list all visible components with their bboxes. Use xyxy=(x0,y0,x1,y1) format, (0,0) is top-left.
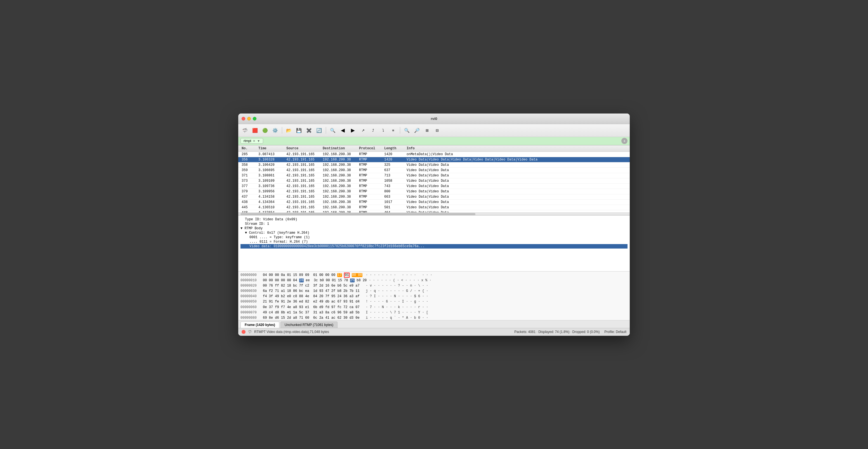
table-row[interactable]: 448 4.137654 42.193.191.165 192.168.200.… xyxy=(238,210,630,213)
zoom-in-button[interactable]: 🔍 xyxy=(402,126,411,135)
profile-info: Profile: Default xyxy=(604,330,626,334)
minimize-button[interactable] xyxy=(247,117,251,121)
cell-len: 1017 xyxy=(383,200,405,204)
cell-info: Video Data|Video Data xyxy=(405,200,627,204)
cell-len: 1058 xyxy=(383,179,405,183)
first-button[interactable]: ⤴ xyxy=(369,126,377,135)
detail-line[interactable]: .... 0111 = Format: H.264 (7) xyxy=(241,239,627,244)
hex-pane[interactable]: 00000000 04 00 00 0a 01 15 89 09 01 00 0… xyxy=(238,271,630,320)
cell-time: 3.109109 xyxy=(257,179,285,183)
cell-len: 1420 xyxy=(383,157,405,162)
table-row[interactable]: 377 3.109736 42.193.191.165 192.168.200.… xyxy=(238,184,630,189)
cell-no: 358 xyxy=(241,163,257,167)
cell-info: Video Data|Video Data xyxy=(405,179,627,183)
reload-button[interactable]: 🔄 xyxy=(315,126,323,135)
cell-no: 445 xyxy=(241,205,257,210)
cell-time: 4.134364 xyxy=(257,200,285,204)
cell-no: 285 xyxy=(241,152,257,157)
cell-no: 437 xyxy=(241,195,257,199)
cell-source: 42.193.191.165 xyxy=(285,184,321,188)
bottom-tab-0[interactable]: Frame (1420 bytes) xyxy=(241,322,279,328)
cell-proto: RTMP xyxy=(358,200,383,204)
cell-time: 3.106328 xyxy=(257,157,285,162)
save-button[interactable]: 💾 xyxy=(294,126,303,135)
cell-source: 42.193.191.165 xyxy=(285,200,321,204)
table-row[interactable]: 373 3.109109 42.193.191.165 192.168.200.… xyxy=(238,179,630,184)
table-row[interactable]: 437 4.134158 42.193.191.165 192.168.200.… xyxy=(238,194,630,200)
cell-no: 448 xyxy=(241,211,257,213)
bottom-tab-1[interactable]: Unchunked RTMP (71061 bytes) xyxy=(280,322,338,328)
detail-line[interactable]: 0001 .... = Type: keyframe (1) xyxy=(241,235,627,239)
colorize-button[interactable]: ≡ xyxy=(389,126,398,135)
zoom-reset-button[interactable]: ⊞ xyxy=(423,126,432,135)
cell-proto: RTMP xyxy=(358,184,383,188)
zoom-out-button[interactable]: 🔎 xyxy=(412,126,422,135)
detail-line[interactable]: ▼ RTMP Body xyxy=(241,226,627,231)
close-button[interactable] xyxy=(242,117,245,121)
toolbar: 🦈 🟥 🟢 ⚙️ 📂 💾 ✖️ 🔄 🔍 ◀ ▶ ↗ ⤴ ⤵ ≡ 🔍 🔎 ⊞ ⊟ xyxy=(238,124,630,137)
goto-button[interactable]: ↗ xyxy=(359,126,367,135)
packet-list[interactable]: No. Time Source Destination Protocol Len… xyxy=(238,146,630,213)
cell-dest: 192.168.200.38 xyxy=(321,195,358,199)
cell-proto: RTMP xyxy=(358,195,383,199)
table-row[interactable]: 359 3.106695 42.193.191.165 192.168.200.… xyxy=(238,168,630,173)
filter-tab-rtmpt[interactable]: rtmpt ✕ ▼ xyxy=(241,138,263,144)
cell-info: Video Data|Video Data xyxy=(405,195,627,199)
cell-source: 42.193.191.165 xyxy=(285,168,321,172)
table-row[interactable]: 445 4.136510 42.193.191.165 192.168.200.… xyxy=(238,205,630,210)
cell-info: Video Data|Video Data|Video Data|Video D… xyxy=(405,157,627,162)
cell-dest: 192.168.200.38 xyxy=(321,179,358,183)
column-headers: No. Time Source Destination Protocol Len… xyxy=(238,146,630,152)
table-row[interactable]: 285 3.087413 42.193.191.165 192.168.200.… xyxy=(238,152,630,157)
filter-close-icon[interactable]: ✕ xyxy=(253,139,255,143)
main-content: No. Time Source Destination Protocol Len… xyxy=(238,146,630,328)
table-row[interactable]: 379 3.109956 42.193.191.165 192.168.200.… xyxy=(238,189,630,194)
col-time: Time xyxy=(257,146,285,151)
forward-button[interactable]: ▶ xyxy=(348,126,358,135)
detail-pane[interactable]: Type ID: Video Data (0x09)Stream ID: 1▼ … xyxy=(238,215,630,271)
detail-line[interactable]: Video data: 010000000000000428ee3cb00001… xyxy=(241,244,627,249)
packet-rows-container: 285 3.087413 42.193.191.165 192.168.200.… xyxy=(238,152,630,213)
table-row[interactable]: 438 4.134364 42.193.191.165 192.168.200.… xyxy=(238,200,630,205)
filter-arrow-icon[interactable]: ▼ xyxy=(257,139,260,142)
cell-source: 42.193.191.165 xyxy=(285,189,321,194)
cell-time: 4.136510 xyxy=(257,205,285,210)
cell-no: 371 xyxy=(241,173,257,178)
close-file-button[interactable]: ✖️ xyxy=(305,126,313,135)
last-button[interactable]: ⤵ xyxy=(379,126,388,135)
open-button[interactable]: 📂 xyxy=(284,126,293,135)
table-row[interactable]: 371 3.108861 42.193.191.165 192.168.200.… xyxy=(238,173,630,179)
back-button[interactable]: ◀ xyxy=(338,126,347,135)
shark-button[interactable]: 🦈 xyxy=(241,126,249,135)
maximize-button[interactable] xyxy=(253,117,256,121)
cell-dest: 192.168.200.38 xyxy=(321,189,358,194)
cell-proto: RTMP xyxy=(358,168,383,172)
cell-info: onMetaData()|Video Data xyxy=(405,152,627,157)
btabs-container: Frame (1420 bytes)Unchunked RTMP (71061 … xyxy=(241,322,338,328)
stop-button[interactable]: 🟥 xyxy=(251,126,259,135)
horizontal-scrollbar[interactable] xyxy=(238,213,630,215)
cell-proto: RTMP xyxy=(358,189,383,194)
cell-len: 501 xyxy=(383,205,405,210)
resize-columns-button[interactable]: ⊟ xyxy=(433,126,441,135)
find-button[interactable]: 🔍 xyxy=(328,126,337,135)
start-button[interactable]: 🟢 xyxy=(260,126,270,135)
main-window: rvi0 🦈 🟥 🟢 ⚙️ 📂 💾 ✖️ 🔄 🔍 ◀ ▶ ↗ ⤴ ⤵ ≡ 🔍 🔎… xyxy=(238,114,630,336)
detail-line[interactable]: Stream ID: 1 xyxy=(241,222,627,226)
stop-indicator[interactable] xyxy=(242,330,246,334)
table-row[interactable]: 356 3.106328 42.193.191.165 192.168.200.… xyxy=(238,157,630,162)
detail-line[interactable]: ▼ Control: 0x17 (keyframe H.264) xyxy=(241,231,627,235)
cell-dest: 192.168.200.38 xyxy=(321,163,358,167)
table-row[interactable]: 358 3.106420 42.193.191.165 192.168.200.… xyxy=(238,162,630,168)
cell-time: 3.109736 xyxy=(257,184,285,188)
detail-line[interactable]: Type ID: Video Data (0x09) xyxy=(241,217,627,222)
col-info: Info xyxy=(405,146,627,151)
settings-button[interactable]: ⚙️ xyxy=(271,126,280,135)
packets-info: Packets: 4081 · Displayed: 74 (1.8%) · D… xyxy=(514,330,600,334)
cell-dest: 192.168.200.38 xyxy=(321,200,358,204)
status-info: RTMPT Video data (rtmp.video.data),71,04… xyxy=(254,330,329,334)
add-filter-button[interactable]: + xyxy=(621,138,627,144)
hex-row-4: 00000040 f4 3f 49 b2 e0 c8 88 4e 84 20 7… xyxy=(241,294,627,299)
hex-row-3: 00000030 6a f2 71 a1 18 86 bc ea 1d 93 4… xyxy=(241,289,627,294)
cell-dest: 192.168.200.38 xyxy=(321,184,358,188)
